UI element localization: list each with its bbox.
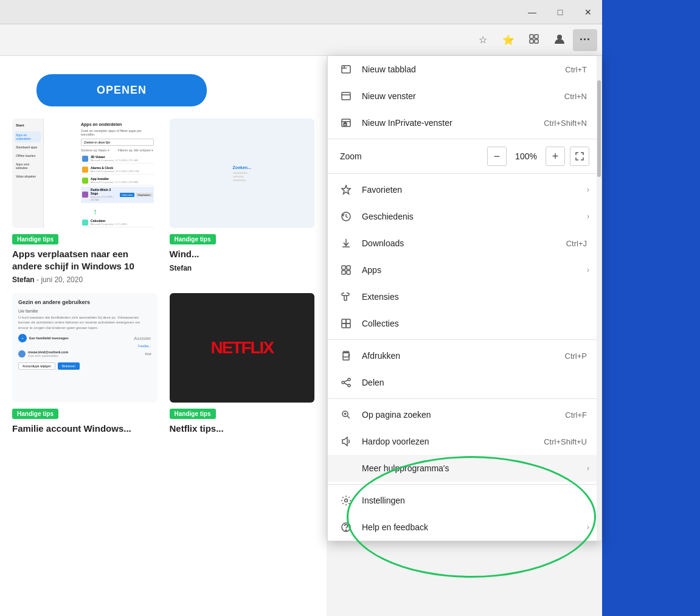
article-thumb-1: Start Apps en onderdelen Standaard apps … (12, 119, 158, 228)
svg-line-34 (344, 380, 348, 382)
collections-button[interactable] (522, 29, 546, 51)
collections-label: Collecties (362, 319, 589, 328)
zoom-decrease-button[interactable]: − (487, 147, 507, 166)
menu-item-read-aloud[interactable]: Hardop voorlezen Ctrl+Shift+U (328, 428, 601, 455)
extensions-icon (340, 291, 352, 303)
article-title-3: Familie account Windows... (12, 423, 158, 435)
svg-rect-5 (342, 66, 350, 73)
article-badge-1: Handige tips (12, 234, 58, 244)
settings-label: Instellingen (362, 496, 589, 505)
svg-point-31 (348, 378, 350, 381)
find-icon (340, 409, 352, 421)
new-tab-shortcut: Ctrl+T (565, 65, 587, 74)
zoom-label: Zoom (340, 151, 487, 161)
menu-item-settings[interactable]: Instellingen (328, 487, 601, 514)
menu-item-downloads[interactable]: Downloads Ctrl+J (328, 230, 601, 257)
new-window-label: Nieuw venster (362, 91, 564, 101)
article-badge-3: Handige tips (12, 409, 58, 419)
article-card-2[interactable]: Zoeken... Handige tips Wind... Stefan (170, 119, 315, 284)
svg-rect-24 (342, 319, 346, 324)
find-label: Op pagina zoeken (362, 410, 565, 420)
new-tab-icon (340, 63, 352, 75)
dropdown-menu: Nieuw tabblad Ctrl+T Nieuw venster Ctrl+… (327, 56, 602, 541)
svg-rect-27 (346, 324, 350, 328)
collections-menu-icon (340, 317, 352, 330)
svg-rect-26 (342, 324, 346, 328)
article-card-3[interactable]: Gezin en andere gebruikers Uw familie U … (12, 293, 158, 438)
article-card-1[interactable]: Start Apps en onderdelen Standaard apps … (12, 119, 158, 284)
svg-line-37 (347, 416, 350, 418)
favorites-menu-label: Favorieten (362, 185, 582, 195)
favorite-button[interactable]: ☆ (471, 29, 495, 51)
svg-point-4 (557, 35, 562, 40)
block-btn[interactable]: Blokkeren (58, 362, 80, 370)
favorites-menu-icon (340, 184, 352, 196)
article-thumb-3: Gezin en andere gebruikers Uw familie U … (12, 293, 158, 403)
page-content: OPENEN Start Apps en onderdelen Standaar… (0, 56, 327, 616)
article-thumb-4: NETFLIX (170, 293, 315, 403)
open-button[interactable]: OPENEN (36, 74, 207, 106)
scrollbar-thumb (597, 80, 601, 177)
menu-item-inprivate[interactable]: Nieuw InPrivate-venster Ctrl+Shift+N (328, 109, 601, 136)
browser-window: — □ ✕ ☆ ⭐ (0, 0, 602, 616)
help-label: Help en feedback (362, 522, 582, 532)
find-shortcut: Ctrl+F (565, 410, 587, 420)
menu-item-find[interactable]: Op pagina zoeken Ctrl+F (328, 401, 601, 428)
favorites-button[interactable]: ⭐ (496, 29, 521, 51)
help-icon (340, 521, 352, 533)
apps-label: Apps (362, 265, 582, 275)
article-meta-1: Stefan - juni 20, 2020 (12, 275, 158, 284)
menu-item-favorites[interactable]: Favorieten › (328, 176, 601, 203)
article-meta-2: Stefan (170, 264, 315, 272)
menu-item-extensions[interactable]: Extensies (328, 283, 601, 310)
svg-line-35 (344, 383, 348, 385)
svg-point-33 (348, 384, 350, 387)
favorites-icon: ⭐ (502, 34, 515, 46)
toolbar: ☆ ⭐ ··· (0, 24, 602, 56)
read-aloud-shortcut: Ctrl+Shift+U (544, 437, 587, 446)
menu-item-help[interactable]: Help en feedback › (328, 514, 601, 541)
title-bar: — □ ✕ (0, 0, 602, 24)
more-tools-arrow-icon: › (587, 464, 589, 472)
menu-item-new-window[interactable]: Nieuw venster Ctrl+N (328, 83, 601, 109)
svg-point-32 (342, 381, 344, 384)
zoom-increase-button[interactable]: + (546, 147, 565, 166)
menu-item-apps[interactable]: Apps › (328, 257, 601, 283)
zoom-fullscreen-button[interactable] (570, 147, 589, 166)
menu-item-more-tools[interactable]: Meer hulpprogramma's › (328, 455, 601, 482)
menu-item-print[interactable]: Afdrukken Ctrl+P (328, 342, 601, 369)
article-badge-2: Handige tips (170, 234, 216, 244)
svg-rect-18 (342, 266, 345, 269)
history-arrow-icon: › (587, 212, 589, 221)
separator-4 (328, 398, 601, 399)
collections-icon (528, 33, 539, 47)
star-icon: ☆ (479, 34, 487, 46)
svg-point-30 (348, 355, 350, 356)
svg-point-40 (345, 499, 348, 502)
inprivate-icon (340, 117, 352, 129)
article-thumb-2: Zoeken... (170, 119, 315, 228)
menu-item-share[interactable]: Delen (328, 369, 601, 396)
svg-rect-25 (346, 319, 350, 324)
zoom-control: Zoom − 100% + (328, 142, 601, 171)
more-tools-icon (340, 462, 352, 474)
separator-3 (328, 339, 601, 340)
close-button[interactable]: ✕ (574, 0, 602, 24)
menu-item-new-tab[interactable]: Nieuw tabblad Ctrl+T (328, 56, 601, 83)
minimize-button[interactable]: — (518, 0, 546, 24)
menu-item-history[interactable]: Geschiedenis › (328, 203, 601, 230)
article-card-4[interactable]: NETFLIX Handige tips Netflix tips... (170, 293, 315, 438)
apps-icon (340, 264, 352, 276)
profile-button[interactable] (547, 29, 572, 51)
separator-5 (328, 484, 601, 485)
maximize-button[interactable]: □ (546, 0, 574, 24)
article-badge-4: Handige tips (170, 409, 216, 419)
menu-item-collections[interactable]: Collecties (328, 310, 601, 337)
open-button-container: OPENEN (0, 56, 327, 119)
svg-rect-2 (530, 40, 533, 43)
menu-button[interactable]: ··· (573, 29, 597, 51)
account-type-btn[interactable]: Accounttype wijzigen (18, 362, 55, 370)
menu-scrollbar[interactable] (597, 56, 601, 541)
downloads-shortcut: Ctrl+J (566, 239, 587, 248)
svg-rect-29 (344, 351, 348, 353)
